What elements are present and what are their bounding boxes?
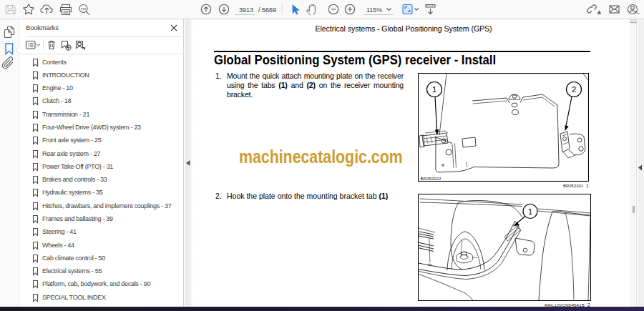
svg-text:1: 1 bbox=[432, 85, 436, 94]
svg-text:BRJ5210J: BRJ5210J bbox=[421, 176, 441, 181]
svg-text:1: 1 bbox=[528, 207, 532, 216]
svg-text:2: 2 bbox=[572, 85, 576, 94]
